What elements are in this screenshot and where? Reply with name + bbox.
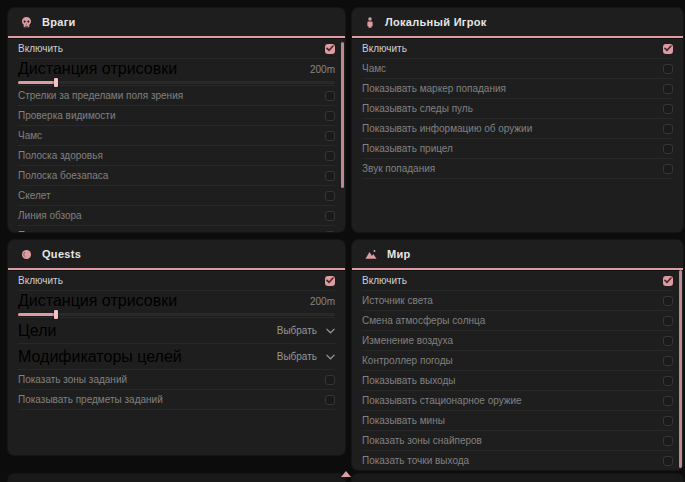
toggle-row[interactable]: Показывать предметы заданий: [18, 390, 335, 410]
player-icon: [364, 16, 376, 29]
toggle-row[interactable]: Показывать выходы: [362, 371, 673, 391]
checkbox[interactable]: [663, 104, 673, 114]
toggle-row[interactable]: Включить: [18, 271, 335, 291]
select-dropdown[interactable]: Выбрать: [277, 325, 335, 336]
checkbox[interactable]: [663, 296, 673, 306]
slider-value: 200m: [310, 296, 335, 307]
toggle-row[interactable]: Полоска боезапаса: [18, 166, 335, 186]
checkbox[interactable]: [325, 231, 335, 233]
panel-local-player: Локальный ИгрокВключитьЧамсПоказывать ма…: [352, 8, 683, 232]
select-label: Цели: [18, 322, 56, 340]
cutoff-panel: [8, 474, 345, 482]
checkbox[interactable]: [663, 416, 673, 426]
toggle-row[interactable]: Показывать информацию об оружии: [362, 119, 673, 139]
toggle-label: Скелет: [18, 190, 51, 201]
cheat-menu-overlay: ВрагиВключитьДистанция отрисовки200mСтре…: [0, 0, 685, 482]
toggle-row[interactable]: Чамс: [18, 126, 335, 146]
toggle-label: Полоска здоровья: [18, 150, 103, 161]
toggle-label: Показать зоны снайперов: [362, 435, 482, 446]
toggle-row[interactable]: Изменение воздуха: [362, 331, 673, 351]
slider-track[interactable]: [18, 81, 335, 84]
quest-icon: [20, 248, 33, 261]
toggle-row[interactable]: Включить: [362, 39, 673, 59]
toggle-row[interactable]: Источник света: [362, 291, 673, 311]
panel-header: Мир: [352, 240, 683, 266]
select-dropdown[interactable]: Выбрать: [277, 351, 335, 362]
toggle-row[interactable]: Показывать мины: [362, 411, 673, 431]
checkbox[interactable]: [663, 376, 673, 386]
toggle-row[interactable]: Линия обзора: [18, 206, 335, 226]
select-row: ЦелиВыбрать: [18, 318, 335, 344]
skull-icon: [20, 16, 33, 29]
toggle-row[interactable]: Показать точки выхода: [362, 451, 673, 470]
select-row: Модификаторы целейВыбрать: [18, 344, 335, 370]
checkbox[interactable]: [663, 84, 673, 94]
slider-value: 200m: [310, 64, 335, 75]
checkbox[interactable]: [325, 395, 335, 405]
toggle-row[interactable]: Показывать прицел: [362, 139, 673, 159]
toggle-label: Звук попадания: [362, 163, 435, 174]
checkbox[interactable]: [663, 356, 673, 366]
checkbox[interactable]: [325, 44, 335, 54]
toggle-label: Смена атмосферы солнца: [362, 315, 485, 326]
checkbox[interactable]: [663, 436, 673, 446]
checkbox[interactable]: [325, 111, 335, 121]
scrollbar[interactable]: [679, 270, 682, 468]
checkbox[interactable]: [325, 375, 335, 385]
toggle-row[interactable]: Показывать следы пуль: [362, 99, 673, 119]
panel-quests: QuestsВключитьДистанция отрисовки200mЦел…: [8, 240, 345, 455]
checkbox[interactable]: [663, 396, 673, 406]
toggle-row[interactable]: Звук попадания: [362, 159, 673, 179]
mountain-icon: [364, 248, 378, 261]
toggle-row[interactable]: Полоска здоровья: [18, 146, 335, 166]
toggle-label: Показывать стационарное оружие: [362, 395, 522, 406]
checkbox[interactable]: [663, 164, 673, 174]
cutoff-panel-icon: [341, 471, 351, 477]
slider-fill: [18, 313, 56, 316]
checkbox[interactable]: [663, 316, 673, 326]
checkbox[interactable]: [325, 191, 335, 201]
toggle-row[interactable]: Показывать следы пуль: [18, 226, 335, 232]
slider-label: Дистанция отрисовки: [18, 292, 177, 310]
toggle-row[interactable]: Стрелки за пределами поля зрения: [18, 86, 335, 106]
slider-handle[interactable]: [54, 310, 58, 319]
toggle-row[interactable]: Включить: [362, 271, 673, 291]
checkbox[interactable]: [325, 151, 335, 161]
toggle-label: Показать точки выхода: [362, 455, 469, 466]
checkbox[interactable]: [663, 336, 673, 346]
toggle-row[interactable]: Показывать стационарное оружие: [362, 391, 673, 411]
toggle-label: Включить: [18, 275, 63, 286]
checkbox[interactable]: [663, 64, 673, 74]
checkbox[interactable]: [663, 144, 673, 154]
panel-body: ВключитьЧамсПоказывать маркер попаданияП…: [352, 39, 683, 179]
toggle-row[interactable]: Показать зоны снайперов: [362, 431, 673, 451]
checkbox[interactable]: [325, 276, 335, 286]
select-value: Выбрать: [277, 351, 317, 362]
checkbox[interactable]: [325, 91, 335, 101]
toggle-label: Линия обзора: [18, 210, 82, 221]
toggle-row[interactable]: Контроллер погоды: [362, 351, 673, 371]
toggle-row[interactable]: Включить: [18, 39, 335, 59]
slider-track[interactable]: [18, 313, 335, 316]
checkbox[interactable]: [663, 124, 673, 134]
toggle-label: Показывать прицел: [362, 143, 453, 154]
checkbox[interactable]: [663, 456, 673, 466]
slider-row: Дистанция отрисовки200m: [18, 291, 335, 318]
toggle-row[interactable]: Показывать маркер попадания: [362, 79, 673, 99]
scrollbar[interactable]: [341, 42, 344, 188]
chevron-down-icon: [326, 328, 335, 334]
toggle-label: Показывать информацию об оружии: [362, 123, 532, 134]
slider-header: Дистанция отрисовки200m: [18, 292, 335, 310]
checkbox[interactable]: [325, 131, 335, 141]
checkbox[interactable]: [325, 211, 335, 221]
slider-handle[interactable]: [54, 78, 58, 87]
toggle-row[interactable]: Чамс: [362, 59, 673, 79]
checkbox[interactable]: [663, 44, 673, 54]
toggle-row[interactable]: Скелет: [18, 186, 335, 206]
toggle-label: Источник света: [362, 295, 433, 306]
toggle-row[interactable]: Смена атмосферы солнца: [362, 311, 673, 331]
checkbox[interactable]: [325, 171, 335, 181]
toggle-row[interactable]: Проверка видимости: [18, 106, 335, 126]
toggle-row[interactable]: Показать зоны заданий: [18, 370, 335, 390]
checkbox[interactable]: [663, 276, 673, 286]
